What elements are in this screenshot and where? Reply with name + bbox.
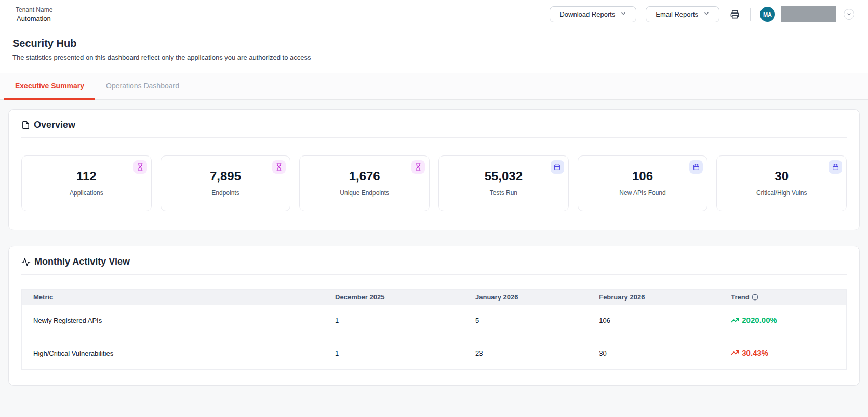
tab-label: Operations Dashboard [106,82,179,90]
metric-cell: High/Critical Vulnerabilities [22,337,327,370]
page-heading-section: Security Hub The statistics presented on… [0,29,868,73]
table-row: Newly Registered APIs 1 5 106 2020.00% [22,305,847,337]
monthly-activity-title: Monthly Activity View [34,256,130,267]
january-cell: 23 [467,337,591,370]
hourglass-icon [411,160,425,174]
top-header: Tenant Name Automation Download Reports … [0,0,868,29]
stat-card-applications: 112 Applications [21,155,152,211]
column-header-january-2026: January 2026 [467,290,591,305]
stat-label: Endpoints [166,189,285,197]
page-title: Security Hub [12,37,856,49]
trend-value: 30.43% [742,348,768,357]
email-reports-label: Email Reports [656,10,698,18]
stat-value: 1,676 [305,169,424,184]
tenant-name-label: Tenant Name [16,6,52,14]
monthly-activity-table: Metric December 2025 January 2026 Februa… [21,289,847,370]
trend-value: 2020.00% [742,316,777,324]
trend-cell: 30.43% [723,337,846,370]
metric-cell: Newly Registered APIs [22,305,327,337]
stat-card-tests-run: 55,032 Tests Run [438,155,569,211]
document-icon [21,121,30,129]
calendar-icon [689,160,703,174]
monthly-activity-card: Monthly Activity View Metric December 20… [8,246,860,386]
december-cell: 1 [327,337,467,370]
email-reports-button[interactable]: Email Reports [646,6,719,22]
info-icon[interactable] [752,294,758,301]
stat-label: New APIs Found [583,189,702,197]
overview-title: Overview [34,120,75,131]
calendar-icon [551,160,564,174]
trend-cell: 2020.00% [723,305,846,337]
monthly-activity-card-header: Monthly Activity View [21,246,847,275]
calendar-icon [829,160,842,174]
december-cell: 1 [327,305,467,337]
print-icon[interactable] [729,8,741,20]
column-header-trend-label: Trend [731,293,749,301]
overview-stats-row: 112 Applications 7,895 Endpoints 1,676 U… [9,138,859,230]
page-subtitle: The statistics presented on this dashboa… [12,54,856,61]
download-reports-label: Download Reports [559,10,615,18]
tab-operations-dashboard[interactable]: Operations Dashboard [95,73,190,100]
main-content: Overview 112 Applications 7,895 Endpoint… [0,100,868,386]
tenant-info: Tenant Name Automation [16,6,52,22]
stat-value: 106 [583,169,702,184]
stat-label: Critical/High Vulns [722,189,841,197]
trend-up-icon [731,348,739,357]
column-header-february-2026: February 2026 [591,290,723,305]
stat-value: 112 [27,169,146,184]
tab-executive-summary[interactable]: Executive Summary [4,73,95,100]
february-cell: 106 [591,305,723,337]
hourglass-icon [133,160,147,174]
monthly-activity-table-wrap: Metric December 2025 January 2026 Februa… [9,275,859,385]
stat-label: Applications [27,189,146,197]
top-header-actions: Download Reports Email Reports MA [550,6,854,22]
trend-up-icon [731,316,739,324]
chevron-down-icon [620,10,626,18]
stat-value: 55,032 [444,169,563,184]
january-cell: 5 [467,305,591,337]
stat-label: Tests Run [444,189,563,197]
download-reports-button[interactable]: Download Reports [550,6,636,22]
dashboard-tabs: Executive Summary Operations Dashboard [0,73,868,100]
hourglass-icon [272,160,286,174]
column-header-metric: Metric [22,290,327,305]
stat-card-unique-endpoints: 1,676 Unique Endpoints [299,155,430,211]
avatar[interactable]: MA [760,7,775,22]
overview-card-header: Overview [21,110,847,138]
stat-value: 30 [722,169,841,184]
overview-card: Overview 112 Applications 7,895 Endpoint… [8,109,860,230]
table-row: High/Critical Vulnerabilities 1 23 30 30… [22,337,847,370]
stat-value: 7,895 [166,169,285,184]
header-divider [750,8,751,21]
tab-label: Executive Summary [15,82,84,90]
tenant-name-value: Automation [16,15,52,22]
february-cell: 30 [591,337,723,370]
stat-label: Unique Endpoints [305,189,424,197]
chevron-down-icon [703,10,710,18]
security-hub-app: Tenant Name Automation Download Reports … [0,0,868,386]
table-header-row: Metric December 2025 January 2026 Februa… [22,290,847,305]
user-name-redacted [781,6,836,22]
column-header-trend: Trend [723,290,846,305]
stat-card-critical-high-vulns: 30 Critical/High Vulns [716,155,847,211]
profile-menu-chevron-button[interactable] [844,9,854,20]
column-header-december-2025: December 2025 [327,290,467,305]
stat-card-new-apis-found: 106 New APIs Found [578,155,708,211]
activity-icon [21,257,31,267]
stat-card-endpoints: 7,895 Endpoints [161,155,291,211]
